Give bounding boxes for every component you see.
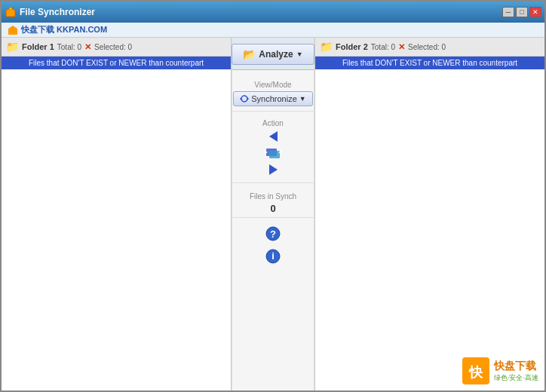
right-folder-header: 📁 Folder 2 Total: 0 ✕ Selected: 0 [315, 38, 544, 57]
right-folder-label: Folder 2 [336, 42, 368, 51]
left-folder-icon: 📁 [6, 41, 19, 53]
right-panel: 📁 Folder 2 Total: 0 ✕ Selected: 0 Files … [314, 38, 544, 390]
synchronize-label: Synchronize [251, 94, 297, 103]
brand-tagline: 绿色·安全·高速 [494, 373, 538, 383]
main-content: 📁 Folder 1 Total: 0 ✕ Selected: 0 Files … [2, 38, 544, 390]
analyze-folder-icon: 📂 [243, 48, 256, 60]
sync-dropdown-icon: ▼ [299, 95, 306, 103]
svg-marker-4 [240, 97, 241, 100]
brand-logo-icon: 快 [462, 357, 489, 384]
files-synch-section: Files in Synch 0 [232, 183, 314, 218]
right-filter-bar: Files that DON'T EXIST or NEWER than cou… [315, 57, 544, 69]
left-filter-bar: Files that DON'T EXIST or NEWER than cou… [2, 57, 231, 69]
app-icon [5, 6, 17, 18]
minimize-button[interactable]: ─ [502, 7, 514, 17]
analyze-dropdown-icon: ▼ [296, 51, 303, 58]
maximize-button[interactable]: □ [516, 7, 528, 17]
analyze-label: Analyze [259, 49, 293, 60]
right-panel-body [315, 69, 544, 390]
info-icon: i [265, 248, 281, 265]
action-section: Action [232, 112, 314, 183]
view-mode-label: View/Mode [232, 81, 314, 89]
left-folder-label: Folder 1 [22, 42, 54, 51]
brand-name: 快盘下载 [494, 360, 538, 373]
copy-left-button[interactable] [268, 130, 279, 143]
svg-text:快: 快 [468, 365, 483, 380]
svg-text:i: i [271, 250, 275, 262]
brand-text-area: 快盘下载 绿色·安全·高速 [494, 360, 538, 383]
titlebar-controls: ─ □ ✕ [502, 7, 541, 17]
center-panel: 📂 Analyze ▼ View/Mode [232, 38, 314, 390]
left-panel-body [2, 69, 231, 390]
info-button[interactable]: i [263, 247, 283, 266]
analyze-button[interactable]: 📂 Analyze ▼ [232, 44, 314, 65]
titlebar-left: File Synchronizer [5, 6, 95, 18]
close-button[interactable]: ✕ [529, 7, 541, 17]
titlebar: File Synchronizer ─ □ ✕ [2, 2, 544, 23]
watermark-icon [8, 25, 18, 35]
right-folder-icon: 📁 [320, 41, 333, 53]
left-panel: 📁 Folder 1 Total: 0 ✕ Selected: 0 Files … [2, 38, 232, 390]
brand-watermark: 快 快盘下载 绿色·安全·高速 [462, 357, 538, 384]
view-mode-section: View/Mode Synchronize ▼ [232, 70, 314, 112]
main-window: File Synchronizer ─ □ ✕ 快盘下载 KKPAN.COM 📁… [0, 0, 546, 392]
files-in-synch-count: 0 [270, 203, 275, 214]
left-folder-header: 📁 Folder 1 Total: 0 ✕ Selected: 0 [2, 38, 231, 57]
right-total: Total: 0 [371, 43, 395, 51]
help-icon: ? [265, 225, 281, 242]
right-arrow-icon [269, 164, 278, 175]
bottom-icons: ? i [263, 218, 283, 272]
svg-rect-6 [269, 151, 280, 158]
right-selected: Selected: 0 [408, 43, 446, 51]
synchronize-button[interactable]: Synchronize ▼ [233, 91, 312, 106]
copy-both-button[interactable] [263, 143, 283, 163]
left-selected: Selected: 0 [94, 43, 132, 51]
help-button[interactable]: ? [263, 224, 283, 243]
analyze-section: 📂 Analyze ▼ [232, 38, 314, 70]
left-total: Total: 0 [57, 43, 81, 51]
svg-text:?: ? [270, 228, 276, 240]
copy-both-icon [265, 145, 281, 161]
watermark-text: 快盘下载 KKPAN.COM [21, 24, 107, 35]
main-area: 📁 Folder 1 Total: 0 ✕ Selected: 0 Files … [2, 38, 544, 390]
svg-marker-2 [8, 26, 17, 35]
action-label: Action [232, 119, 314, 127]
left-clear-button[interactable]: ✕ [84, 42, 91, 52]
watermark-bar: 快盘下载 KKPAN.COM [2, 23, 544, 38]
sync-small-icon [240, 94, 249, 103]
files-in-synch-label: Files in Synch [232, 192, 314, 201]
left-arrow-icon [269, 131, 278, 142]
right-clear-button[interactable]: ✕ [398, 42, 405, 52]
window-title: File Synchronizer [20, 7, 95, 17]
copy-right-button[interactable] [268, 163, 279, 176]
